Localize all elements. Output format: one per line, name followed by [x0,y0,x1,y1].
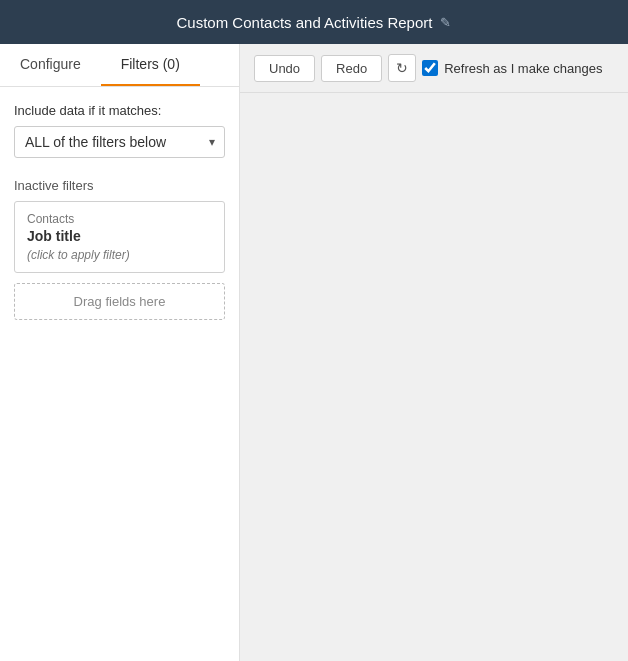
refresh-icon-button[interactable]: ↻ [388,54,416,82]
toolbar-row: Undo Redo ↻ Refresh as I make changes [240,44,628,93]
refresh-icon: ↻ [396,60,408,76]
drag-zone: Drag fields here [14,283,225,320]
undo-button[interactable]: Undo [254,55,315,82]
refresh-label-text: Refresh as I make changes [444,61,602,76]
tab-configure[interactable]: Configure [0,44,101,86]
filter-card[interactable]: Contacts Job title (click to apply filte… [14,201,225,273]
filter-mode-select[interactable]: ALL of the filters below ANY of the filt… [14,126,225,158]
filter-mode-select-wrapper: ALL of the filters below ANY of the filt… [14,126,225,158]
refresh-checkbox[interactable] [422,60,438,76]
report-title: Custom Contacts and Activities Report [177,14,433,31]
right-content [240,93,628,661]
include-label: Include data if it matches: [14,103,225,118]
right-panel: Undo Redo ↻ Refresh as I make changes [240,44,628,661]
inactive-filters-label: Inactive filters [14,178,225,193]
refresh-checkbox-label[interactable]: Refresh as I make changes [422,60,602,76]
top-bar: Custom Contacts and Activities Report ✎ [0,0,628,44]
redo-button[interactable]: Redo [321,55,382,82]
filter-card-name: Job title [27,228,212,244]
left-panel-body: Include data if it matches: ALL of the f… [0,87,239,661]
drag-zone-label: Drag fields here [74,294,166,309]
edit-icon[interactable]: ✎ [440,15,451,30]
filter-card-action: (click to apply filter) [27,248,212,262]
filter-card-category: Contacts [27,212,212,226]
left-panel: Configure Filters (0) Include data if it… [0,44,240,661]
tab-filters[interactable]: Filters (0) [101,44,200,86]
tabs-row: Configure Filters (0) [0,44,239,87]
